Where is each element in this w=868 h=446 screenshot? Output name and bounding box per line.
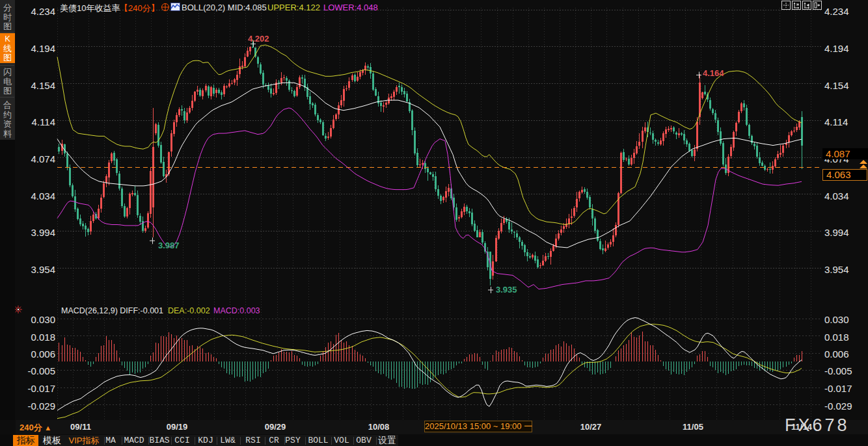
svg-text:3.935: 3.935 [496, 285, 517, 295]
svg-text:4.164: 4.164 [703, 68, 724, 78]
svg-text:3.987: 3.987 [158, 241, 180, 250]
svg-text:4.202: 4.202 [248, 34, 269, 44]
